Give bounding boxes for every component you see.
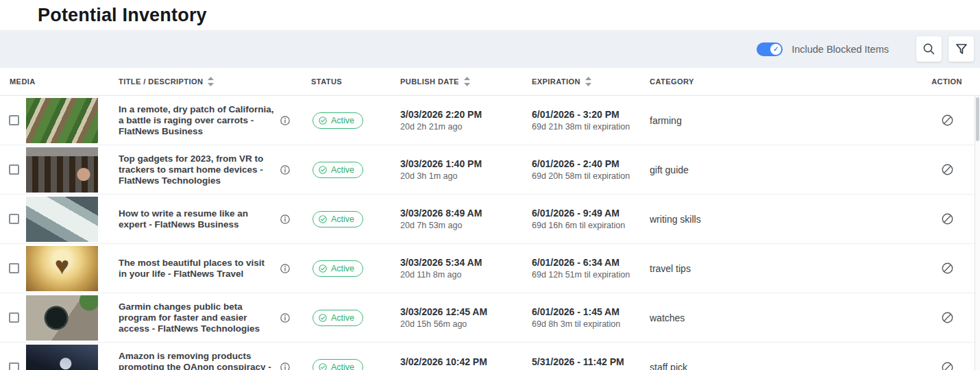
table-row: Garmin changes public beta program for f… (0, 293, 980, 343)
info-icon[interactable] (280, 312, 291, 323)
media-cell (26, 147, 119, 193)
expiration-cell: 6/01/2026 - 6:34 AM 69d 12h 51m til expi… (532, 257, 650, 280)
expiration-date: 6/01/2026 - 3:20 PM (532, 109, 650, 120)
publish-ago: 20d 2h 21m ago (400, 122, 532, 132)
table-row: How to write a resume like an expert - F… (0, 195, 980, 244)
table-row: Top gadgets for 2023, from VR to tracker… (0, 145, 980, 195)
status-label: Active (331, 313, 354, 323)
check-circle-icon (319, 215, 327, 223)
info-cell (280, 164, 307, 175)
expiration-cell: 6/01/2026 - 1:45 AM 69d 8h 3m til expira… (532, 306, 650, 329)
include-blocked-toggle[interactable]: ✓ Include Blocked Items (757, 42, 889, 56)
block-button[interactable] (941, 361, 954, 370)
block-button[interactable] (941, 163, 954, 176)
expiration-date: 6/01/2026 - 1:45 AM (532, 306, 650, 317)
status-badge: Active (313, 211, 363, 227)
info-icon[interactable] (280, 362, 291, 370)
category-cell: travel tips (650, 263, 787, 274)
vertical-scrollbar[interactable] (975, 96, 980, 370)
search-icon (922, 42, 935, 56)
media-thumbnail (26, 147, 98, 193)
page-title: Potential Inventory (38, 5, 207, 26)
publish-ago: 20d 3h 1m ago (400, 171, 532, 181)
title-cell: Amazon is removing products promoting th… (119, 351, 280, 370)
column-header-title[interactable]: TITLE / DESCRIPTION (119, 77, 280, 86)
block-button[interactable] (941, 114, 954, 127)
status-cell: Active (307, 162, 400, 178)
row-checkbox[interactable] (9, 263, 19, 273)
status-badge: Active (313, 260, 363, 277)
column-label: TITLE / DESCRIPTION (119, 77, 203, 86)
status-cell: Active (307, 310, 400, 326)
expiration-til: 69d 16h 6m til expiration (532, 221, 650, 230)
status-badge: Active (313, 112, 363, 129)
publish-date-cell: 3/02/2026 10:42 PM 20d 18h 0m ago (400, 356, 532, 370)
status-badge: Active (313, 359, 363, 370)
block-button[interactable] (941, 212, 954, 225)
check-circle-icon (319, 116, 327, 125)
publish-ago: 20d 7h 53m ago (400, 221, 532, 230)
row-checkbox[interactable] (9, 312, 19, 323)
info-icon[interactable] (280, 115, 291, 126)
checkbox-cell (0, 362, 26, 370)
block-icon (941, 114, 954, 127)
table-body: In a remote, dry patch of California, a … (0, 96, 980, 370)
check-circle-icon (319, 363, 327, 370)
block-icon (941, 262, 954, 275)
row-checkbox[interactable] (9, 115, 19, 125)
info-icon[interactable] (280, 263, 291, 274)
toggle-switch[interactable]: ✓ (757, 42, 783, 56)
action-cell (787, 114, 975, 127)
column-header-publish-date[interactable]: PUBLISH DATE (400, 77, 532, 86)
sort-icon[interactable] (208, 77, 214, 86)
publish-date: 3/03/2026 12:45 AM (400, 306, 532, 317)
potential-inventory-page: Potential Inventory ✓ Include Blocked It… (0, 0, 980, 370)
block-icon (941, 311, 954, 324)
sort-icon[interactable] (464, 77, 470, 86)
row-checkbox[interactable] (9, 362, 19, 370)
column-label: ACTION (931, 77, 962, 86)
row-checkbox[interactable] (9, 164, 19, 175)
publish-date-cell: 3/03/2026 1:40 PM 20d 3h 1m ago (400, 158, 532, 181)
block-button[interactable] (941, 311, 954, 324)
title-bar: Potential Inventory (0, 0, 980, 30)
category-cell: writing skills (650, 214, 787, 225)
expiration-til: 69d 12h 51m til expiration (532, 270, 650, 280)
block-icon (941, 361, 954, 370)
status-label: Active (331, 214, 354, 224)
checkbox-cell (0, 263, 26, 273)
column-header-expiration[interactable]: EXPIRATION (532, 77, 650, 86)
block-button[interactable] (941, 262, 954, 275)
expiration-til: 69d 21h 38m til expiration (532, 122, 650, 132)
status-label: Active (331, 264, 354, 273)
scrollbar-thumb[interactable] (976, 97, 979, 141)
column-header-category: CATEGORY (650, 77, 787, 86)
column-label: MEDIA (10, 77, 36, 86)
search-button[interactable] (916, 36, 942, 62)
table-row: In a remote, dry patch of California, a … (0, 96, 980, 145)
info-cell (280, 115, 307, 126)
publish-date: 3/03/2026 8:49 AM (400, 208, 532, 219)
info-cell (280, 263, 307, 274)
table-row: Amazon is removing products promoting th… (0, 343, 980, 370)
action-cell (787, 163, 975, 176)
info-icon[interactable] (280, 164, 291, 175)
title-cell: In a remote, dry patch of California, a … (119, 104, 280, 137)
filter-button[interactable] (948, 36, 974, 62)
table-header: MEDIA TITLE / DESCRIPTION STATUS PUBLISH… (0, 68, 980, 96)
info-icon[interactable] (280, 214, 291, 225)
publish-date: 3/03/2026 1:40 PM (400, 158, 532, 169)
title-cell: Top gadgets for 2023, from VR to tracker… (119, 153, 280, 186)
table-row: The most beautiful places to visit in yo… (0, 244, 980, 293)
status-label: Active (331, 362, 354, 370)
sort-icon[interactable] (585, 77, 591, 86)
status-label: Active (331, 116, 354, 125)
column-label: PUBLISH DATE (400, 77, 459, 86)
action-cell (787, 361, 975, 370)
row-checkbox[interactable] (9, 214, 19, 224)
title-cell: The most beautiful places to visit in yo… (119, 258, 280, 280)
media-thumbnail (26, 197, 98, 242)
action-cell (787, 212, 975, 225)
expiration-cell: 5/31/2026 - 11:42 PM 69d 5h 59m til expi… (532, 356, 650, 370)
publish-date-cell: 3/03/2026 5:34 AM 20d 11h 8m ago (400, 257, 532, 280)
